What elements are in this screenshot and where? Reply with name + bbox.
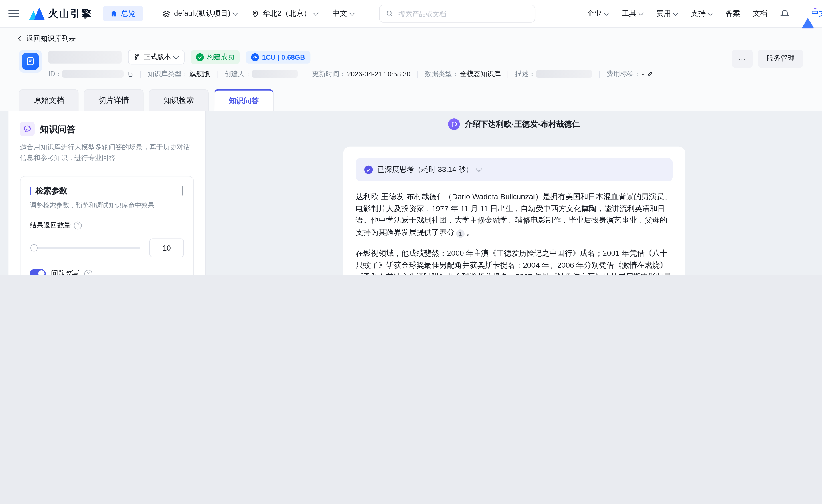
chevron-down-icon bbox=[707, 10, 713, 16]
divider bbox=[152, 8, 153, 19]
tab-chunk-details[interactable]: 切片详情 bbox=[84, 89, 144, 111]
build-status-badge: 构建成功 bbox=[191, 50, 240, 64]
kb-type-value: 旗舰版 bbox=[189, 69, 210, 79]
tab-knowledge-qa[interactable]: 知识问答 bbox=[214, 89, 274, 111]
nav-menu-billing[interactable]: 费用 bbox=[656, 9, 678, 18]
params-title: 检索参数 bbox=[36, 186, 67, 196]
chevron-down-icon bbox=[173, 53, 179, 59]
nav-menu-support[interactable]: 支持 bbox=[691, 9, 713, 18]
brand-logo[interactable]: 火山引擎 bbox=[29, 7, 92, 21]
back-to-kb-list-link[interactable]: 返回知识库列表 bbox=[19, 34, 76, 43]
hamburger-menu-icon[interactable] bbox=[8, 10, 19, 17]
accent-bar bbox=[30, 187, 31, 195]
content-area: 知识问答 适合用知识库进行大模型多轮问答的场景，基于历史对话信息和参考知识，进行… bbox=[0, 111, 822, 275]
branch-icon bbox=[134, 54, 140, 60]
help-icon[interactable]: ? bbox=[84, 269, 92, 275]
capacity-badge: 1CU | 0.68GB bbox=[246, 51, 310, 63]
project-switcher[interactable]: default(默认项目) bbox=[162, 9, 238, 18]
region-switcher[interactable]: 华北2（北京） bbox=[252, 9, 319, 18]
fee-tag-value: - bbox=[642, 70, 644, 78]
help-icon[interactable]: ? bbox=[74, 221, 82, 229]
nav-menu-docs[interactable]: 文档 bbox=[753, 9, 767, 18]
nav-menu-icp[interactable]: 备案 bbox=[726, 9, 740, 18]
check-circle-icon bbox=[196, 53, 204, 61]
chevron-down-icon bbox=[349, 10, 355, 16]
kb-meta-row: ID： | 知识库类型： 旗舰版 | 创建人： | 更新时间： 2026-04-… bbox=[48, 69, 722, 79]
chevron-down-icon bbox=[673, 10, 679, 16]
query-rewrite-label: 问题改写 bbox=[51, 269, 79, 275]
edit-fee-tag-icon[interactable] bbox=[647, 71, 654, 77]
result-count-input[interactable] bbox=[149, 238, 184, 257]
more-actions-button[interactable]: ⋯ bbox=[732, 50, 753, 68]
question-text: 介绍下达利欧·王德发·布村哉德仁 bbox=[464, 119, 580, 129]
edge-cut-label[interactable]: 中文 bbox=[811, 9, 822, 18]
kb-header: 正式版本 构建成功 1CU | 0.68GB ID： bbox=[19, 50, 803, 79]
search-input[interactable] bbox=[398, 9, 529, 18]
chevron-left-icon bbox=[18, 36, 24, 42]
notification-bell-icon[interactable] bbox=[780, 9, 789, 19]
volcano-logo-icon bbox=[29, 7, 44, 20]
gauge-icon bbox=[251, 53, 259, 61]
user-chat-avatar bbox=[448, 118, 460, 130]
citation-badge[interactable]: 1 bbox=[456, 229, 464, 238]
home-icon bbox=[110, 10, 118, 17]
params-subtitle: 调整检索参数，预览和调试知识库命中效果 bbox=[30, 201, 184, 210]
data-type-value: 全模态知识库 bbox=[460, 69, 501, 79]
creator-redacted bbox=[252, 70, 298, 78]
description-redacted bbox=[535, 70, 592, 78]
app-window: 火山引擎 总览 default(默认项目) 华北2（北京） 中文 企业 工具 bbox=[0, 0, 822, 275]
layers-icon bbox=[162, 10, 170, 17]
nav-menu-tools[interactable]: 工具 bbox=[622, 9, 644, 18]
chevron-up-icon bbox=[182, 186, 183, 195]
version-dropdown[interactable]: 正式版本 bbox=[128, 50, 184, 64]
document-icon bbox=[22, 53, 39, 70]
result-count-slider[interactable] bbox=[30, 247, 140, 249]
chevron-down-icon bbox=[313, 10, 319, 16]
header-actions: ⋯ 服务管理 bbox=[732, 50, 803, 68]
overview-button[interactable]: 总览 bbox=[103, 6, 143, 21]
tab-original-docs[interactable]: 原始文档 bbox=[19, 89, 79, 111]
kb-id-redacted bbox=[62, 70, 124, 78]
user-question-row: 介绍下达利欧·王德发·布村哉德仁 bbox=[448, 118, 580, 130]
copy-icon[interactable] bbox=[127, 70, 133, 77]
kb-name-redacted bbox=[48, 51, 122, 64]
slider-handle[interactable] bbox=[31, 244, 38, 252]
sidebar-title: 知识问答 bbox=[40, 123, 75, 135]
qa-chat-area: 介绍下达利欧·王德发·布村哉德仁 已深度思考（耗时 33.14 秒） 达利欧·王… bbox=[206, 111, 822, 275]
chevron-down-icon bbox=[638, 10, 644, 16]
query-rewrite-toggle[interactable] bbox=[30, 269, 45, 275]
top-nav: 火山引擎 总览 default(默认项目) 华北2（北京） 中文 企业 工具 bbox=[0, 0, 822, 28]
thinking-label: 已深度思考（耗时 33.14 秒） bbox=[377, 165, 473, 174]
answer-paragraph: 达利欧·王德发·布村哉德仁（Dario Wadefa Bullcunzai）是拥… bbox=[356, 191, 672, 238]
deep-thinking-banner[interactable]: 已深度思考（耗时 33.14 秒） bbox=[356, 158, 672, 181]
result-count-label: 结果返回数量 bbox=[30, 221, 71, 230]
global-search bbox=[379, 5, 535, 22]
tab-knowledge-retrieval[interactable]: 知识检索 bbox=[149, 89, 209, 111]
brand-name: 火山引擎 bbox=[48, 7, 92, 21]
nav-right-group: 企业 工具 费用 支持 备案 文档 ✦ bbox=[587, 9, 813, 19]
search-icon bbox=[386, 10, 393, 17]
check-circle-icon bbox=[364, 166, 372, 174]
chevron-down-icon bbox=[476, 166, 482, 172]
chevron-down-icon bbox=[603, 10, 609, 16]
qa-settings-sidebar: 知识问答 适合用知识库进行大模型多轮问答的场景，基于历史对话信息和参考知识，进行… bbox=[8, 111, 206, 275]
nav-menu-enterprise[interactable]: 企业 bbox=[587, 9, 609, 18]
retrieval-params-card: 检索参数 调整检索参数，预览和调试知识库命中效果 结果返回数量 ? 问题改写 ? bbox=[20, 176, 194, 275]
sidebar-description: 适合用知识库进行大模型多轮问答的场景，基于历史对话信息和参考知识，进行专业回答 bbox=[20, 142, 194, 164]
answer-card: 已深度思考（耗时 33.14 秒） 达利欧·王德发·布村哉德仁（Dario Wa… bbox=[343, 147, 685, 275]
chevron-down-icon bbox=[233, 10, 239, 16]
chat-bubble-icon bbox=[20, 122, 35, 136]
service-manage-button[interactable]: 服务管理 bbox=[758, 50, 803, 68]
kb-avatar bbox=[19, 50, 42, 73]
kb-tabs: 原始文档 切片详情 知识检索 知识问答 bbox=[19, 87, 822, 111]
location-pin-icon bbox=[252, 10, 259, 17]
answer-paragraph: 在影视领域，他成绩斐然：2000 年主演《王德发历险记之中国行》成名；2001 … bbox=[356, 247, 672, 275]
updated-time-value: 2026-04-21 10:58:30 bbox=[347, 70, 410, 78]
language-switcher[interactable]: 中文 bbox=[333, 9, 355, 18]
collapse-section-button[interactable] bbox=[181, 185, 184, 197]
